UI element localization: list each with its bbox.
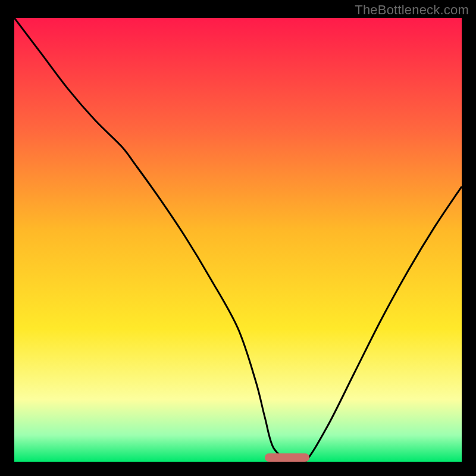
bottleneck-curve bbox=[14, 18, 462, 462]
curve-path bbox=[14, 18, 462, 462]
chart-frame: TheBottleneck.com bbox=[0, 0, 476, 476]
plot-area bbox=[14, 18, 462, 462]
watermark-text: TheBottleneck.com bbox=[355, 2, 469, 18]
optimal-marker bbox=[265, 453, 309, 462]
